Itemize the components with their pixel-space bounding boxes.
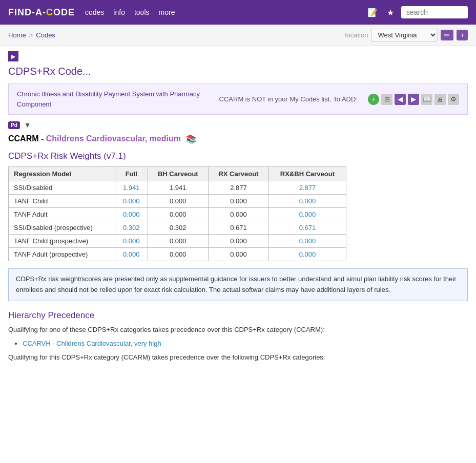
book-icon[interactable]: 📖 (421, 94, 432, 105)
col-bh: BH Carveout (148, 167, 209, 181)
banner-icons: + ⊞ ◀ ▶ 📖 🖨 ⚙ (368, 94, 459, 105)
cell-rxbh: 0.000 (268, 195, 346, 208)
cell-rxbh: 0.000 (268, 235, 346, 248)
col-regression: Regression Model (9, 167, 115, 181)
cell-model: TANF Adult (prospective) (9, 248, 115, 261)
nav-more[interactable]: more (159, 8, 175, 16)
cell-full: 0.302 (115, 221, 148, 235)
breadcrumb-codes[interactable]: Codes (36, 31, 55, 39)
location-select[interactable]: West Virginia (371, 29, 438, 41)
cell-rx: 0.000 (209, 195, 269, 208)
cell-model: SSI/Disabled (9, 181, 115, 195)
col-rx: RX Carveout (209, 167, 269, 181)
main-content: ▶ CDPS+Rx Code... Chronic Illness and Di… (0, 46, 476, 372)
code-name: CCARM (8, 134, 39, 143)
table-row: SSI/Disabled (prospective)0.3020.3020.67… (9, 221, 346, 235)
cell-rx: 0.000 (209, 208, 269, 221)
breadcrumb-home[interactable]: Home (8, 31, 26, 39)
header-right: 📝 ★ (365, 6, 468, 19)
info-banner: Chronic Illness and Disability Payment S… (8, 83, 468, 115)
breadcrumb-sep: > (29, 31, 33, 39)
hierarchy-title: Hierarchy Precedence (8, 310, 468, 321)
logo: FIND-A-CODE (8, 7, 75, 18)
hierarchy-link[interactable]: CCARVH - Childrens Cardiovascular, very … (23, 340, 161, 347)
col-rxbh: RX&BH Carveout (268, 167, 346, 181)
prev-icon[interactable]: ◀ (395, 94, 406, 105)
cell-bh: 0.000 (148, 248, 209, 261)
cell-model: SSI/Disabled (prospective) (9, 221, 115, 235)
disclaimer: CDPS+Rx risk weight/scores are presented… (8, 268, 468, 301)
settings-icon[interactable]: ⚙ (448, 94, 459, 105)
cell-bh: 1.941 (148, 181, 209, 195)
cell-rxbh: 2.877 (268, 181, 346, 195)
hierarchy-text2: Qualifying for this CDPS+Rx category (CC… (8, 352, 468, 363)
cell-full: 0.000 (115, 235, 148, 248)
main-nav: codes info tools more (85, 8, 175, 16)
cell-rx: 0.000 (209, 235, 269, 248)
hierarchy-list: CCARVH - Childrens Cardiovascular, very … (8, 340, 468, 347)
location-label: location (345, 31, 368, 39)
book-ref-icon[interactable]: 📚 (186, 134, 196, 144)
cell-full: 1.941 (115, 181, 148, 195)
cell-rxbh: 0.000 (268, 248, 346, 261)
location-group: location West Virginia ✏ + (345, 29, 468, 41)
cell-bh: 0.000 (148, 195, 209, 208)
cell-model: TANF Child (prospective) (9, 235, 115, 248)
cell-bh: 0.000 (148, 208, 209, 221)
nav-info[interactable]: info (113, 8, 125, 16)
location-edit-icon[interactable]: ✏ (441, 30, 453, 40)
cell-bh: 0.000 (148, 235, 209, 248)
grid-icon[interactable]: ⊞ (381, 94, 392, 105)
hierarchy-text1: Qualifying for one of these CDPS+Rx cate… (8, 325, 468, 335)
pd-badge: Pd (8, 121, 20, 129)
search-input[interactable] (401, 6, 468, 18)
bookmark-icon[interactable]: ★ (385, 6, 396, 19)
dropdown-arrow[interactable]: ▼ (24, 121, 31, 129)
cell-model: TANF Child (9, 195, 115, 208)
code-heading: CCARM - Childrens Cardiovascular, medium… (8, 134, 468, 144)
table-row: TANF Adult0.0000.0000.0000.000 (9, 208, 346, 221)
cell-rx: 0.000 (209, 248, 269, 261)
banner-link[interactable]: Chronic Illness and Disability Payment S… (17, 89, 209, 109)
nav-codes[interactable]: codes (85, 8, 104, 16)
cell-rx: 2.877 (209, 181, 269, 195)
nav-tools[interactable]: tools (134, 8, 150, 16)
print-icon[interactable]: 🖨 (434, 94, 446, 105)
table-row: SSI/Disabled1.9411.9412.8772.877 (9, 181, 346, 195)
col-full: Full (115, 167, 148, 181)
cell-model: TANF Adult (9, 208, 115, 221)
cell-full: 0.000 (115, 208, 148, 221)
cell-rxbh: 0.000 (268, 208, 346, 221)
cell-rxbh: 0.671 (268, 221, 346, 235)
code-dash: - (39, 134, 46, 143)
code-desc: Childrens Cardiovascular, medium (46, 134, 181, 143)
page-title: CDPS+Rx Code... (8, 66, 468, 77)
add-text: CCARM is NOT in your My Codes list. To A… (219, 95, 358, 103)
risk-title: CDPS+Rx Risk Weights (v7.1) (8, 151, 468, 161)
table-row: TANF Child0.0000.0000.0000.000 (9, 195, 346, 208)
cell-rx: 0.671 (209, 221, 269, 235)
table-row: TANF Child (prospective)0.0000.0000.0000… (9, 235, 346, 248)
breadcrumb-bar: Home > Codes location West Virginia ✏ + (0, 25, 476, 46)
cell-full: 0.000 (115, 248, 148, 261)
cell-full: 0.000 (115, 195, 148, 208)
list-item: CCARVH - Childrens Cardiovascular, very … (23, 340, 468, 347)
header: FIND-A-CODE codes info tools more 📝 ★ (0, 0, 476, 25)
risk-table: Regression Model Full BH Carveout RX Car… (8, 166, 346, 261)
cell-bh: 0.302 (148, 221, 209, 235)
toggle-arrow[interactable]: ▶ (8, 51, 18, 61)
code-icon-row: Pd ▼ (8, 121, 468, 129)
table-row: TANF Adult (prospective)0.0000.0000.0000… (9, 248, 346, 261)
note-icon[interactable]: 📝 (365, 6, 380, 19)
location-add-icon[interactable]: + (457, 30, 468, 40)
next-icon[interactable]: ▶ (408, 94, 419, 105)
add-icon[interactable]: + (368, 94, 379, 105)
